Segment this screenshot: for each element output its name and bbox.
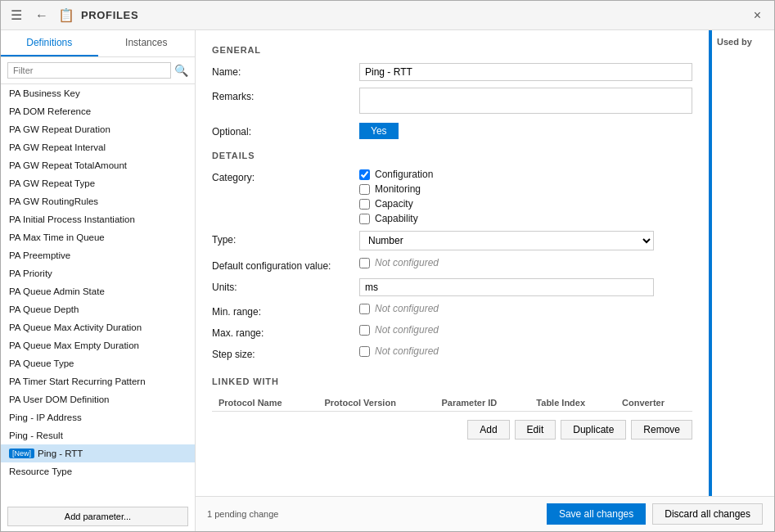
min-range-checkbox[interactable] (359, 304, 370, 314)
units-value (359, 278, 692, 296)
sidebar-item-pa-gw-repeat-totalamount[interactable]: PA GW Repeat TotalAmount (1, 156, 195, 174)
discard-all-button[interactable]: Discard all changes (652, 503, 763, 525)
col-table-index: Table Index (529, 394, 615, 412)
sidebar-item-ping-ip-address[interactable]: Ping - IP Address (1, 408, 195, 426)
sidebar-item-pa-timer-start-recurring-pattern[interactable]: PA Timer Start Recurring Pattern (1, 372, 195, 390)
linked-section-header: LINKED WITH (212, 376, 692, 386)
duplicate-button[interactable]: Duplicate (561, 420, 626, 440)
category-monitoring-row: Monitoring (359, 183, 692, 195)
max-range-value: Not configured (359, 324, 692, 336)
remarks-label: Remarks: (212, 88, 359, 102)
filter-input[interactable] (7, 62, 171, 79)
linked-table-head: Protocol Name Protocol Version Parameter… (212, 394, 692, 412)
optional-label: Optional: (212, 123, 359, 138)
category-configuration-row: Configuration (359, 169, 692, 180)
units-input[interactable] (359, 278, 654, 296)
category-capacity-label[interactable]: Capacity (375, 198, 413, 210)
step-size-value: Not configured (359, 345, 692, 357)
max-range-text: Not configured (375, 324, 439, 336)
pending-change-text: 1 pending change (207, 509, 278, 519)
used-by-label: Used by (717, 37, 752, 47)
category-monitoring-checkbox[interactable] (359, 184, 370, 195)
min-range-not-configured-row: Not configured (359, 303, 692, 314)
sidebar-item-pa-dom-reference[interactable]: PA DOM Reference (1, 102, 195, 120)
details-section: DETAILS Category: Confi (212, 151, 692, 367)
edit-button[interactable]: Edit (515, 420, 556, 440)
new-badge: [New] (9, 449, 34, 458)
add-button[interactable]: Add (467, 420, 509, 440)
sidebar-item-pa-initial-process-instantiation[interactable]: PA Initial Process Instantiation (1, 210, 195, 228)
general-section-header: GENERAL (212, 45, 692, 55)
details-and-panel: Category: Configuration (212, 169, 692, 367)
sidebar-item-pa-business-key[interactable]: PA Business Key (1, 84, 195, 102)
filter-search-button[interactable]: 🔍 (174, 64, 188, 77)
action-buttons: Add Edit Duplicate Remove (212, 420, 692, 440)
step-size-not-configured-row: Not configured (359, 345, 692, 357)
category-capability-row: Capability (359, 213, 692, 224)
sidebar-item-pa-queue-type[interactable]: PA Queue Type (1, 354, 195, 372)
step-size-text: Not configured (375, 345, 439, 357)
sidebar-item-resource-type[interactable]: Resource Type (1, 462, 195, 480)
remarks-value (359, 88, 692, 116)
type-select[interactable]: Number String Boolean Integer Float (359, 231, 654, 250)
hamburger-button[interactable]: ☰ (7, 4, 25, 26)
sidebar-item-pa-user-dom-definition[interactable]: PA User DOM Definition (1, 390, 195, 408)
sidebar-filter-bar: 🔍 (1, 57, 195, 84)
tab-instances[interactable]: Instances (98, 30, 196, 56)
save-all-button[interactable]: Save all changes (547, 503, 646, 525)
max-range-row: Max. range: Not configured (212, 324, 692, 339)
linked-table: Protocol Name Protocol Version Parameter… (212, 394, 692, 412)
col-protocol-version: Protocol Version (318, 394, 435, 412)
content-area: GENERAL Name: Remarks: O (196, 30, 774, 531)
min-range-value: Not configured (359, 303, 692, 314)
sidebar-item-pa-queue-depth[interactable]: PA Queue Depth (1, 300, 195, 318)
sidebar-item-pa-gw-repeat-duration[interactable]: PA GW Repeat Duration (1, 120, 195, 138)
add-parameter-button[interactable]: Add parameter... (7, 507, 188, 526)
step-size-row: Step size: Not configured (212, 345, 692, 360)
default-config-checkbox[interactable] (359, 258, 370, 268)
optional-yes-button[interactable]: Yes (359, 123, 399, 139)
linked-table-header-row: Protocol Name Protocol Version Parameter… (212, 394, 692, 412)
sidebar: Definitions Instances 🔍 PA Business Key … (1, 30, 196, 531)
used-by-panel: Used by (709, 30, 774, 496)
sidebar-item-pa-queue-max-empty-duration[interactable]: PA Queue Max Empty Duration (1, 336, 195, 354)
type-label: Type: (212, 231, 359, 246)
remove-button[interactable]: Remove (631, 420, 692, 440)
category-capability-checkbox[interactable] (359, 214, 370, 224)
back-button[interactable]: ← (32, 5, 52, 26)
category-capability-label[interactable]: Capability (375, 213, 418, 224)
default-config-label: Default configuration value: (212, 257, 359, 272)
details-section-header: DETAILS (212, 151, 692, 160)
units-row: Units: (212, 278, 692, 296)
sidebar-item-ping-rtt[interactable]: [New] Ping - RTT (1, 444, 195, 462)
default-config-text: Not configured (375, 257, 439, 268)
category-configuration-checkbox[interactable] (359, 169, 370, 180)
tab-definitions[interactable]: Definitions (1, 30, 98, 56)
category-monitoring-label[interactable]: Monitoring (375, 183, 421, 195)
name-input[interactable] (359, 63, 692, 81)
sidebar-list: PA Business Key PA DOM Reference PA GW R… (1, 84, 195, 502)
sidebar-item-pa-gw-repeat-interval[interactable]: PA GW Repeat Interval (1, 138, 195, 156)
category-configuration-label[interactable]: Configuration (375, 169, 433, 180)
step-size-checkbox[interactable] (359, 346, 370, 357)
app-title: PROFILES (81, 9, 741, 21)
title-bar: ☰ ← 📋 PROFILES × (1, 1, 774, 30)
app-window: ☰ ← 📋 PROFILES × Definitions Instances 🔍… (0, 0, 775, 532)
sidebar-item-pa-max-time-in-queue[interactable]: PA Max Time in Queue (1, 228, 195, 246)
category-capacity-checkbox[interactable] (359, 199, 370, 210)
max-range-not-configured-row: Not configured (359, 324, 692, 336)
close-button[interactable]: × (747, 5, 768, 26)
sidebar-item-pa-preemptive[interactable]: PA Preemptive (1, 246, 195, 264)
sidebar-item-pa-gw-repeat-type[interactable]: PA GW Repeat Type (1, 174, 195, 192)
sidebar-item-ping-result[interactable]: Ping - Result (1, 426, 195, 444)
sidebar-item-pa-queue-max-activity-duration[interactable]: PA Queue Max Activity Duration (1, 318, 195, 336)
main-layout: Definitions Instances 🔍 PA Business Key … (1, 30, 774, 531)
min-range-row: Min. range: Not configured (212, 303, 692, 318)
sidebar-item-pa-priority[interactable]: PA Priority (1, 264, 195, 282)
max-range-checkbox[interactable] (359, 325, 370, 336)
sidebar-item-pa-queue-admin-state[interactable]: PA Queue Admin State (1, 282, 195, 300)
sidebar-item-pa-gw-routingrules[interactable]: PA GW RoutingRules (1, 192, 195, 210)
remarks-input[interactable] (359, 88, 692, 114)
ping-rtt-label: Ping - RTT (38, 449, 83, 458)
default-config-row: Default configuration value: Not configu… (212, 257, 692, 272)
